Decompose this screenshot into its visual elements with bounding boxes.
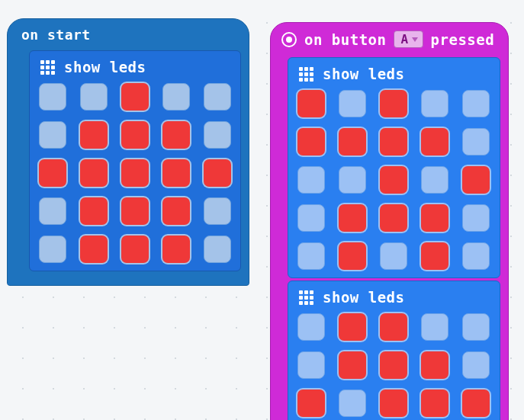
led-off[interactable]	[462, 128, 490, 155]
show-leds-block[interactable]: show leds	[288, 281, 500, 420]
led-off[interactable]	[204, 121, 231, 149]
led-on[interactable]	[462, 390, 490, 417]
led-on[interactable]	[297, 90, 325, 117]
led-off[interactable]	[297, 166, 325, 194]
led-on[interactable]	[421, 128, 448, 155]
grid-icon	[299, 290, 313, 305]
led-on[interactable]	[380, 204, 407, 232]
led-off[interactable]	[39, 197, 66, 225]
led-on[interactable]	[297, 390, 325, 417]
led-off[interactable]	[297, 313, 325, 341]
led-on[interactable]	[339, 242, 366, 270]
led-on[interactable]	[380, 90, 407, 117]
led-off[interactable]	[204, 197, 231, 225]
led-grid[interactable]	[297, 90, 490, 270]
show-leds-label: show leds	[323, 289, 404, 306]
led-off[interactable]	[339, 390, 366, 417]
led-on[interactable]	[380, 390, 407, 417]
led-on[interactable]	[380, 128, 407, 155]
led-on[interactable]	[380, 166, 407, 194]
led-off[interactable]	[297, 351, 325, 379]
button-dropdown-value: A	[400, 32, 408, 46]
led-off[interactable]	[421, 313, 448, 341]
on-button-prefix: on button	[304, 31, 386, 48]
led-grid[interactable]	[39, 83, 231, 263]
led-on[interactable]	[462, 166, 490, 194]
chevron-down-icon	[412, 37, 418, 42]
led-on[interactable]	[121, 197, 149, 225]
show-leds-block[interactable]: show leds	[29, 50, 241, 271]
button-dropdown[interactable]: A	[394, 30, 423, 48]
led-on[interactable]	[339, 204, 366, 232]
led-off[interactable]	[204, 236, 231, 263]
led-off[interactable]	[39, 83, 66, 111]
led-on[interactable]	[121, 121, 149, 149]
led-on[interactable]	[121, 236, 149, 263]
led-off[interactable]	[39, 236, 66, 263]
led-off[interactable]	[204, 83, 231, 111]
on-start-block[interactable]: on start show leds	[7, 18, 249, 286]
led-off[interactable]	[339, 90, 366, 117]
led-on[interactable]	[421, 242, 448, 270]
led-off[interactable]	[421, 90, 448, 117]
show-leds-label: show leds	[64, 59, 146, 75]
led-on[interactable]	[380, 313, 407, 341]
led-on[interactable]	[80, 197, 108, 225]
led-on[interactable]	[162, 197, 190, 225]
led-on[interactable]	[121, 83, 149, 111]
led-on[interactable]	[421, 204, 448, 232]
led-off[interactable]	[462, 351, 490, 379]
led-off[interactable]	[462, 242, 490, 270]
led-off[interactable]	[380, 242, 407, 270]
led-on[interactable]	[80, 236, 108, 263]
on-button-pressed-block[interactable]: on button A pressed show leds	[270, 22, 509, 420]
led-on[interactable]	[380, 351, 407, 379]
grid-icon	[299, 67, 313, 82]
led-on[interactable]	[204, 159, 231, 187]
on-button-suffix: pressed	[431, 31, 495, 48]
led-off[interactable]	[462, 204, 490, 232]
led-on[interactable]	[339, 128, 366, 155]
led-off[interactable]	[297, 242, 325, 270]
led-on[interactable]	[162, 121, 190, 149]
led-on[interactable]	[339, 313, 366, 341]
led-on[interactable]	[339, 351, 366, 379]
led-grid[interactable]	[297, 313, 490, 420]
led-on[interactable]	[297, 128, 325, 155]
led-on[interactable]	[162, 236, 190, 263]
show-leds-label: show leds	[323, 66, 404, 82]
show-leds-block[interactable]: show leds	[288, 57, 500, 278]
led-off[interactable]	[162, 83, 190, 111]
led-on[interactable]	[121, 159, 149, 187]
led-on[interactable]	[80, 121, 108, 149]
led-off[interactable]	[462, 313, 490, 341]
led-off[interactable]	[80, 83, 108, 111]
target-icon	[281, 32, 297, 47]
led-on[interactable]	[39, 159, 66, 187]
led-off[interactable]	[421, 166, 448, 194]
led-off[interactable]	[39, 121, 66, 149]
grid-icon	[40, 60, 55, 75]
led-on[interactable]	[421, 390, 448, 417]
led-on[interactable]	[80, 159, 108, 187]
led-on[interactable]	[421, 351, 448, 379]
led-on[interactable]	[162, 159, 190, 187]
led-off[interactable]	[462, 90, 490, 117]
on-start-label: on start	[8, 19, 249, 47]
led-off[interactable]	[297, 204, 325, 232]
led-off[interactable]	[339, 166, 366, 194]
